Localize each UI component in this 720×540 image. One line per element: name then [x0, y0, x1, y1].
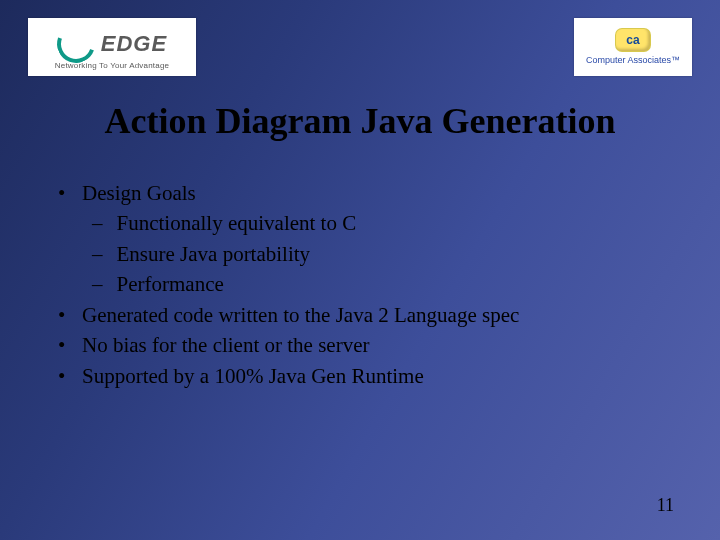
bullet-text: Supported by a 100% Java Gen Runtime	[82, 361, 424, 391]
dash-icon: –	[92, 208, 103, 238]
dash-icon: –	[92, 239, 103, 269]
subbullet-text: Ensure Java portability	[117, 239, 311, 269]
slide-title: Action Diagram Java Generation	[0, 100, 720, 142]
ca-badge-text: ca	[626, 33, 639, 47]
subbullet-func-equiv: – Functionally equivalent to C	[92, 208, 720, 238]
bullet-dot-icon: •	[58, 178, 68, 208]
edge-wordmark: EDGE	[101, 31, 167, 57]
ca-logo: ca Computer Associates™	[574, 18, 692, 76]
bullet-design-goals: • Design Goals	[58, 178, 720, 208]
subbullet-text: Functionally equivalent to C	[117, 208, 357, 238]
subbullet-performance: – Performance	[92, 269, 720, 299]
slide-body: • Design Goals – Functionally equivalent…	[58, 178, 720, 391]
bullet-dot-icon: •	[58, 361, 68, 391]
subbullet-portability: – Ensure Java portability	[92, 239, 720, 269]
bullet-no-bias: • No bias for the client or the server	[58, 330, 720, 360]
ca-badge-icon: ca	[616, 29, 650, 51]
edge-logo: EDGE Networking To Your Advantage	[28, 18, 196, 76]
bullet-text: No bias for the client or the server	[82, 330, 369, 360]
dash-icon: –	[92, 269, 103, 299]
bullet-dot-icon: •	[58, 330, 68, 360]
bullet-text: Design Goals	[82, 178, 196, 208]
bullet-runtime: • Supported by a 100% Java Gen Runtime	[58, 361, 720, 391]
bullet-java2-spec: • Generated code written to the Java 2 L…	[58, 300, 720, 330]
bullet-dot-icon: •	[58, 300, 68, 330]
page-number: 11	[657, 495, 674, 516]
subbullet-text: Performance	[117, 269, 224, 299]
bullet-text: Generated code written to the Java 2 Lan…	[82, 300, 519, 330]
ca-name: Computer Associates™	[586, 55, 680, 65]
